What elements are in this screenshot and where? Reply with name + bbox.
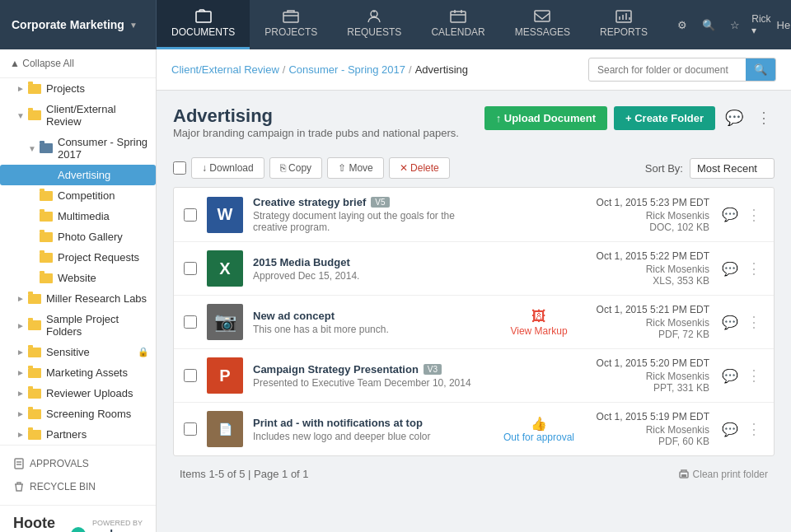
search-input[interactable] [589, 60, 746, 80]
out-for-approval-label[interactable]: Out for approval [503, 432, 574, 443]
doc-main-5: Print ad - with notifications at top Inc… [253, 417, 492, 442]
page-title: Advertising [173, 105, 459, 127]
website-folder-icon [40, 273, 53, 283]
sort-select[interactable]: Most Recent Oldest First Name A-Z Name Z… [690, 158, 775, 179]
create-folder-button[interactable]: + Create Folder [614, 106, 715, 130]
doc-meta-5: Oct 1, 2015 5:19 PM EDT Rick Mosenkis PD… [586, 411, 709, 447]
recycle-bin-link[interactable]: RECYCLE BIN [10, 475, 146, 498]
view-markup-label[interactable]: View Markup [510, 325, 567, 337]
sidebar-item-projects[interactable]: ► Projects [0, 78, 156, 99]
nav-requests[interactable]: REQUESTS [332, 0, 416, 49]
breadcrumb-client-external[interactable]: Client/External Review [171, 63, 279, 76]
nav-messages[interactable]: MESSAGES [500, 0, 585, 49]
delete-button[interactable]: ✕ Delete [389, 157, 450, 179]
sidebar-item-consumer-spring[interactable]: ▼ Consumer - Spring 2017 [0, 132, 156, 165]
doc-thumb-3: 📷 [207, 304, 243, 340]
doc-main-1: Creative strategy brief V5 Strategy docu… [253, 196, 492, 233]
toolbar-left: ↓ Download ⎘ Copy ⇧ Move ✕ Delete [173, 157, 450, 179]
main-layout: ▲ Collapse All ► Projects ▼ Client/Exter… [0, 49, 791, 532]
doc-name-2[interactable]: 2015 Media Budget [253, 256, 492, 268]
search-icon[interactable]: 🔍 [700, 16, 717, 33]
partners-folder-icon [28, 430, 41, 440]
sidebar-item-project-requests[interactable]: Project Requests [0, 247, 156, 268]
move-button[interactable]: ⇧ Move [327, 157, 384, 179]
doc-name-5[interactable]: Print ad - with notifications at top [253, 417, 492, 429]
sidebar-item-client-external[interactable]: ▼ Client/External Review [0, 99, 156, 132]
sidebar-item-photo-gallery[interactable]: Photo Gallery [0, 226, 156, 247]
sidebar-item-sensitive[interactable]: ► Sensitive 🔒 [0, 342, 156, 362]
doc-name-1[interactable]: Creative strategy brief V5 [253, 196, 492, 208]
sidebar-item-partners[interactable]: ► Partners [0, 424, 156, 445]
more-btn-1[interactable]: ⋮ [744, 203, 764, 226]
download-button[interactable]: ↓ Download [191, 157, 264, 179]
comment-btn-5[interactable]: 💬 [719, 419, 741, 440]
sidebar-item-sample-project[interactable]: ► Sample Project Folders [0, 309, 156, 342]
sidebar-item-screening-rooms[interactable]: ► Screening Rooms [0, 404, 156, 424]
collapse-all[interactable]: ▲ Collapse All [0, 49, 156, 78]
photo-gallery-folder-icon [40, 232, 53, 242]
search-button[interactable]: 🔍 [746, 58, 775, 81]
doc-status-5[interactable]: 👍 Out for approval [502, 416, 576, 443]
row-checkbox-1[interactable] [184, 208, 197, 222]
sample-project-folder-icon [28, 320, 41, 330]
more-btn-5[interactable]: ⋮ [744, 418, 764, 441]
help-label[interactable]: Help [779, 16, 791, 33]
brand-arrow: ▼ [129, 21, 138, 30]
version-badge-1: V5 [371, 197, 389, 208]
clean-print-button[interactable]: Clean print folder [678, 469, 768, 480]
row-checkbox-4[interactable] [184, 369, 197, 382]
comment-btn-2[interactable]: 💬 [719, 259, 741, 279]
sidebar-item-advertising[interactable]: Advertising [0, 165, 156, 185]
projects-arrow: ► [16, 84, 25, 93]
nav-messages-label: MESSAGES [515, 26, 570, 38]
clean-print-label: Clean print folder [693, 469, 768, 480]
sidebar-item-miller-research[interactable]: ► Miller Research Labs [0, 288, 156, 309]
doc-status-3[interactable]: 🖼 View Markup [502, 308, 576, 337]
more-btn-2[interactable]: ⋮ [744, 257, 764, 280]
settings-icon[interactable]: ⚙ [674, 16, 690, 33]
client-external-label: Client/External Review [46, 103, 149, 128]
nav-documents[interactable]: DOCUMENTS [157, 0, 250, 49]
comment-btn-1[interactable]: 💬 [719, 204, 741, 225]
svg-rect-8 [535, 11, 550, 21]
row-checkbox-5[interactable] [184, 422, 197, 436]
svg-rect-9 [616, 11, 631, 22]
nav-reports[interactable]: REPORTS [585, 0, 662, 49]
nav-calendar-label: CALENDAR [431, 26, 484, 38]
breadcrumb-bar: Client/External Review / Consumer - Spri… [157, 49, 791, 91]
doc-desc-2: Approved Dec 15, 2014. [253, 270, 492, 282]
doc-main-4: Campaign Strategy Presentation V3 Presen… [253, 363, 492, 389]
upload-button[interactable]: ↑ Upload Document [484, 106, 607, 130]
row-checkbox-2[interactable] [184, 262, 197, 275]
approvals-link[interactable]: APPROVALS [10, 452, 146, 475]
sample-project-label: Sample Project Folders [46, 313, 149, 338]
more-btn-4[interactable]: ⋮ [744, 364, 764, 387]
nav-calendar[interactable]: CALENDAR [416, 0, 499, 49]
nav-projects[interactable]: PROJECTS [250, 0, 332, 49]
brand[interactable]: Corporate Marketing ▼ [0, 0, 157, 49]
breadcrumb: Client/External Review / Consumer - Spri… [171, 63, 468, 76]
top-nav: Corporate Marketing ▼ DOCUMENTS PROJECTS… [0, 0, 791, 49]
comment-header-button[interactable]: 💬 [722, 105, 747, 130]
doc-name-4[interactable]: Campaign Strategy Presentation V3 [253, 363, 492, 376]
comment-btn-4[interactable]: 💬 [719, 366, 741, 386]
sidebar-item-multimedia[interactable]: Multimedia [0, 206, 156, 226]
advertising-folder-icon [40, 170, 53, 180]
more-btn-3[interactable]: ⋮ [744, 310, 764, 334]
doc-name-3[interactable]: New ad concept [253, 310, 492, 322]
sidebar-item-reviewer-uploads[interactable]: ► Reviewer Uploads [0, 383, 156, 404]
sidebar-item-website[interactable]: Website [0, 268, 156, 288]
comment-btn-3[interactable]: 💬 [719, 312, 741, 333]
multimedia-label: Multimedia [58, 210, 110, 222]
sidebar-item-marketing-assets[interactable]: ► Marketing Assets [0, 362, 156, 383]
row-checkbox-3[interactable] [184, 315, 197, 329]
sidebar-item-competition[interactable]: Competition [0, 185, 156, 206]
star-icon[interactable]: ☆ [727, 16, 743, 33]
consumer-spring-arrow: ▼ [28, 144, 36, 153]
more-header-button[interactable]: ⋮ [753, 105, 775, 130]
table-row: 📄 Print ad - with notifications at top I… [174, 403, 774, 455]
copy-button[interactable]: ⎘ Copy [269, 157, 322, 179]
select-all-checkbox[interactable] [173, 161, 186, 175]
breadcrumb-consumer-spring[interactable]: Consumer - Spring 2017 [288, 63, 405, 76]
user-icon[interactable]: Rick ▾ [753, 16, 770, 33]
